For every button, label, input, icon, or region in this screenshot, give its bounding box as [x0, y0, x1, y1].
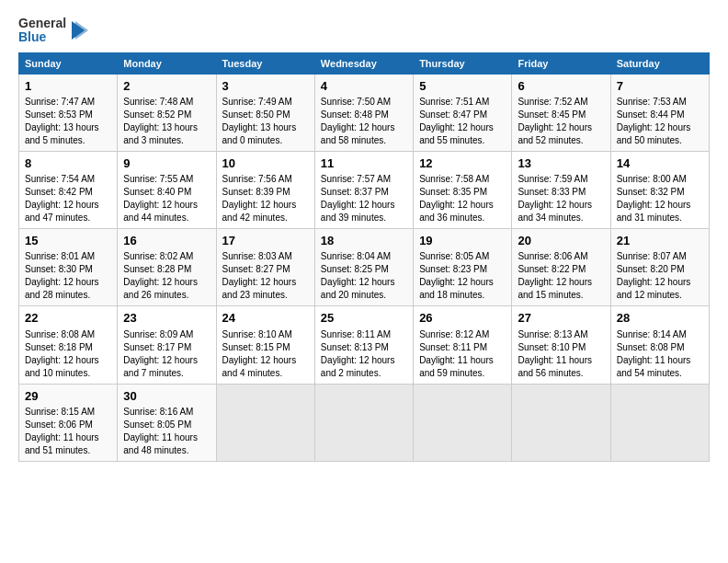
- day-number: 15: [25, 233, 111, 249]
- cell-4-1: 22Sunrise: 8:08 AMSunset: 8:18 PMDayligh…: [19, 306, 118, 384]
- cell-3-1: 15Sunrise: 8:01 AMSunset: 8:30 PMDayligh…: [19, 229, 118, 306]
- day-info: Sunrise: 7:57 AM: [321, 173, 407, 186]
- day-info: Sunset: 8:47 PM: [419, 109, 506, 121]
- day-info: and 5 minutes.: [25, 134, 111, 147]
- cell-2-5: 12Sunrise: 7:58 AMSunset: 8:35 PMDayligh…: [414, 151, 512, 228]
- cell-4-4: 25Sunrise: 8:11 AMSunset: 8:13 PMDayligh…: [314, 306, 413, 384]
- day-info: and 58 minutes.: [321, 134, 407, 147]
- cell-5-4: [314, 384, 413, 461]
- day-info: Daylight: 12 hours: [25, 276, 111, 289]
- day-info: Sunrise: 7:48 AM: [123, 96, 210, 109]
- day-info: Sunrise: 7:51 AM: [419, 96, 506, 109]
- day-info: Sunrise: 8:10 AM: [222, 328, 309, 341]
- logo-general-text: General: [18, 17, 66, 30]
- day-number: 25: [321, 310, 407, 327]
- day-number: 30: [123, 388, 210, 405]
- day-info: Sunset: 8:52 PM: [123, 109, 210, 121]
- cell-1-4: 4Sunrise: 7:50 AMSunset: 8:48 PMDaylight…: [314, 74, 413, 151]
- cell-4-6: 27Sunrise: 8:13 AMSunset: 8:10 PMDayligh…: [512, 306, 610, 384]
- day-info: Sunset: 8:11 PM: [419, 341, 506, 354]
- day-info: Sunrise: 8:07 AM: [617, 250, 703, 263]
- day-info: Sunrise: 7:59 AM: [518, 173, 604, 186]
- day-info: and 52 minutes.: [518, 134, 604, 147]
- day-info: Daylight: 11 hours: [518, 354, 604, 367]
- cell-5-3: [216, 384, 314, 461]
- day-number: 6: [518, 78, 604, 95]
- cell-3-7: 21Sunrise: 8:07 AMSunset: 8:20 PMDayligh…: [610, 229, 709, 306]
- day-info: Sunrise: 8:09 AM: [123, 328, 210, 341]
- day-info: Sunset: 8:44 PM: [617, 109, 703, 121]
- header-day-thursday: Thursday: [414, 52, 512, 74]
- day-number: 16: [123, 233, 210, 249]
- day-info: Sunrise: 8:00 AM: [617, 173, 703, 186]
- cell-5-6: [512, 384, 610, 461]
- day-info: and 44 minutes.: [123, 212, 210, 224]
- day-info: Sunset: 8:27 PM: [222, 263, 309, 276]
- day-info: and 31 minutes.: [617, 212, 703, 224]
- day-info: Sunrise: 8:03 AM: [222, 250, 309, 263]
- day-info: Sunrise: 7:47 AM: [25, 96, 111, 109]
- day-number: 23: [123, 310, 210, 327]
- day-info: and 20 minutes.: [321, 289, 407, 302]
- day-info: Daylight: 11 hours: [25, 431, 111, 444]
- day-info: Daylight: 12 hours: [25, 354, 111, 367]
- day-info: and 48 minutes.: [123, 444, 210, 457]
- week-row-1: 1Sunrise: 7:47 AMSunset: 8:53 PMDaylight…: [19, 74, 710, 151]
- day-info: and 47 minutes.: [25, 212, 111, 224]
- day-info: Sunset: 8:15 PM: [222, 341, 309, 354]
- day-number: 2: [123, 78, 210, 95]
- day-info: and 55 minutes.: [419, 134, 506, 147]
- cell-3-2: 16Sunrise: 8:02 AMSunset: 8:28 PMDayligh…: [118, 229, 216, 306]
- day-info: Sunset: 8:25 PM: [321, 263, 407, 276]
- day-info: Daylight: 12 hours: [617, 276, 703, 289]
- day-info: and 10 minutes.: [25, 367, 111, 380]
- cell-2-4: 11Sunrise: 7:57 AMSunset: 8:37 PMDayligh…: [314, 151, 413, 228]
- day-number: 11: [321, 155, 407, 172]
- cell-2-1: 8Sunrise: 7:54 AMSunset: 8:42 PMDaylight…: [19, 151, 118, 228]
- day-info: Sunrise: 8:02 AM: [123, 250, 210, 263]
- day-number: 13: [518, 155, 604, 172]
- day-info: Sunset: 8:23 PM: [419, 263, 506, 276]
- cell-3-5: 19Sunrise: 8:05 AMSunset: 8:23 PMDayligh…: [414, 229, 512, 306]
- week-row-3: 15Sunrise: 8:01 AMSunset: 8:30 PMDayligh…: [19, 229, 710, 306]
- day-info: and 28 minutes.: [25, 289, 111, 302]
- day-info: and 54 minutes.: [617, 367, 703, 380]
- day-info: Sunrise: 8:15 AM: [25, 406, 111, 419]
- day-info: Sunset: 8:28 PM: [123, 263, 210, 276]
- day-number: 1: [25, 78, 111, 95]
- day-number: 27: [518, 310, 604, 327]
- day-info: Sunrise: 8:14 AM: [617, 328, 703, 341]
- day-info: Daylight: 12 hours: [25, 199, 111, 212]
- cell-5-5: [414, 384, 512, 461]
- header-day-tuesday: Tuesday: [216, 52, 314, 74]
- day-info: Sunrise: 8:13 AM: [518, 328, 604, 341]
- day-info: and 7 minutes.: [123, 367, 210, 380]
- cell-2-7: 14Sunrise: 8:00 AMSunset: 8:32 PMDayligh…: [610, 151, 709, 228]
- day-info: Daylight: 12 hours: [419, 199, 506, 212]
- day-info: Daylight: 12 hours: [321, 354, 407, 367]
- header-row: SundayMondayTuesdayWednesdayThursdayFrid…: [19, 52, 710, 74]
- day-info: Sunset: 8:22 PM: [518, 263, 604, 276]
- cell-1-6: 6Sunrise: 7:52 AMSunset: 8:45 PMDaylight…: [512, 74, 610, 151]
- day-number: 7: [617, 78, 703, 95]
- cell-2-2: 9Sunrise: 7:55 AMSunset: 8:40 PMDaylight…: [118, 151, 216, 228]
- day-info: Daylight: 12 hours: [518, 121, 604, 134]
- day-info: and 0 minutes.: [222, 134, 309, 147]
- cell-5-2: 30Sunrise: 8:16 AMSunset: 8:05 PMDayligh…: [118, 384, 216, 461]
- day-number: 19: [419, 233, 506, 249]
- logo: General Blue: [18, 17, 88, 45]
- cell-1-3: 3Sunrise: 7:49 AMSunset: 8:50 PMDaylight…: [216, 74, 314, 151]
- day-number: 22: [25, 310, 111, 327]
- day-number: 21: [617, 233, 703, 249]
- day-info: Sunrise: 8:04 AM: [321, 250, 407, 263]
- cell-1-2: 2Sunrise: 7:48 AMSunset: 8:52 PMDaylight…: [118, 74, 216, 151]
- day-number: 18: [321, 233, 407, 249]
- day-info: and 4 minutes.: [222, 367, 309, 380]
- day-info: Sunset: 8:53 PM: [25, 109, 111, 121]
- day-number: 24: [222, 310, 309, 327]
- day-info: Daylight: 12 hours: [321, 121, 407, 134]
- day-number: 3: [222, 78, 309, 95]
- day-number: 8: [25, 155, 111, 172]
- day-info: Sunrise: 7:52 AM: [518, 96, 604, 109]
- day-info: Sunset: 8:40 PM: [123, 186, 210, 199]
